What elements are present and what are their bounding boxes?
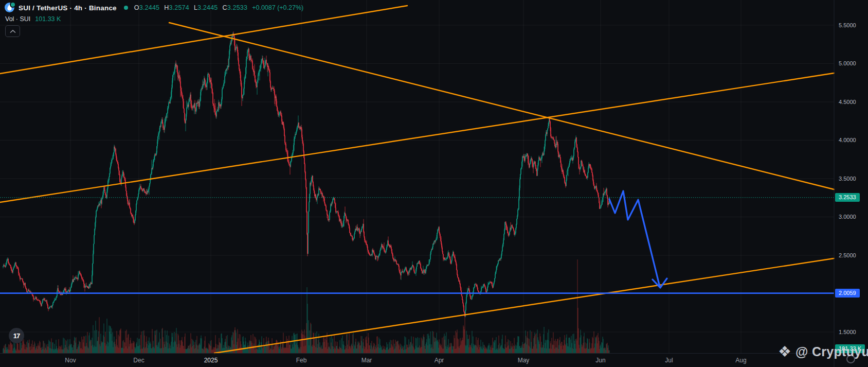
author-watermark: ❖ @ Cryptuyu xyxy=(778,344,868,359)
tradingview-logo-glyph: 17 xyxy=(13,332,20,340)
watermark-handle: @ Cryptuyu xyxy=(795,344,868,359)
price-tick-label: 1.5000 xyxy=(839,329,856,335)
volume-indicator-label[interactable]: Vol · SUI xyxy=(5,15,30,23)
low-label: L xyxy=(194,4,197,11)
binance-diamond-icon: ❖ xyxy=(778,344,791,359)
candlesticks xyxy=(3,31,609,317)
open-label: O xyxy=(134,4,139,11)
rising-channel-trendline xyxy=(0,73,834,202)
sui-coin-icon xyxy=(5,3,15,13)
price-tick-label: 2.5000 xyxy=(839,252,856,258)
time-axis-month-label: Nov xyxy=(65,357,76,364)
high-value: 3.2574 xyxy=(169,4,189,11)
price-chart-canvas[interactable] xyxy=(0,0,868,367)
time-axis[interactable]: NovDec2025FebMarAprMayJunJulAug xyxy=(0,353,868,367)
time-axis-month-label: Aug xyxy=(735,357,746,364)
tradingview-logo[interactable]: 17 xyxy=(9,328,24,343)
price-tick-label: 3.0000 xyxy=(839,214,856,220)
time-axis-month-label: 2025 xyxy=(204,357,218,364)
close-value: 3.2533 xyxy=(227,4,247,11)
volume-indicator-value: 101.33 K xyxy=(35,15,61,23)
descending-trendline xyxy=(169,23,834,189)
low-value: 3.2445 xyxy=(197,4,218,11)
forecast-zigzag-arrow[interactable] xyxy=(609,191,667,288)
time-axis-month-label: Mar xyxy=(361,357,372,364)
time-axis-month-label: Jun xyxy=(595,357,605,364)
collapse-legend-button[interactable] xyxy=(5,25,20,37)
volume-legend: Vol · SUI 101.33 K xyxy=(5,15,61,23)
current-price-label: 3.2533 xyxy=(835,193,860,202)
symbol-title[interactable]: SUI / TetherUS · 4h · Binance xyxy=(19,4,117,12)
price-tick-label: 5.0000 xyxy=(839,60,856,66)
tradingview-chart-window: SUI / TetherUS · 4h · Binance O3.2445 H3… xyxy=(0,0,868,367)
open-value: 3.2445 xyxy=(139,4,159,11)
chevron-up-icon xyxy=(10,29,16,33)
price-tick-label: 5.5000 xyxy=(839,22,856,28)
time-axis-month-label: Jul xyxy=(665,357,673,364)
price-change: +0.0087 (+0.27%) xyxy=(252,4,303,11)
time-axis-month-label: Apr xyxy=(435,357,444,364)
price-tick-label: 3.5000 xyxy=(839,176,856,182)
price-tick-label: 4.5000 xyxy=(839,99,856,105)
market-status-dot xyxy=(124,6,128,10)
symbol-header: SUI / TetherUS · 4h · Binance O3.2445 H3… xyxy=(5,3,303,13)
ohlc-values: O3.2445 H3.2574 L3.2445 C3.2533 xyxy=(134,4,252,11)
time-axis-month-label: May xyxy=(518,357,530,364)
price-tick-label: 4.0000 xyxy=(839,137,856,143)
close-label: C xyxy=(222,4,227,11)
price-axis[interactable]: 5.50005.00004.50004.00003.50003.00002.50… xyxy=(834,0,868,353)
time-axis-month-label: Dec xyxy=(133,357,144,364)
time-axis-month-label: Feb xyxy=(296,357,307,364)
support-level-price-label: 2.0059 xyxy=(835,289,860,298)
